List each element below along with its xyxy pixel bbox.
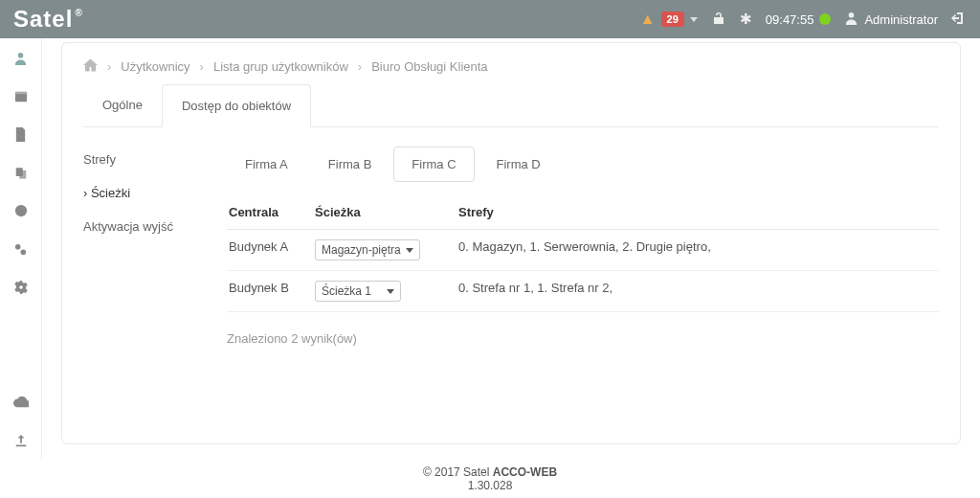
table-row: Budynek A Magazyn-piętra 0. Magazyn, 1. …	[227, 230, 939, 271]
subnav-zones[interactable]: Strefy	[83, 152, 208, 167]
caret-down-icon	[690, 17, 698, 22]
footer-version: 1.30.028	[468, 479, 513, 492]
cell-zones: 0. Magazyn, 1. Serwerownia, 2. Drugie pi…	[457, 230, 939, 271]
logout-icon[interactable]	[951, 11, 967, 29]
path-select[interactable]: Magazyn-piętra	[315, 239, 420, 260]
chevron-right-icon: ›	[200, 59, 204, 74]
tab-general[interactable]: Ogólne	[83, 84, 162, 127]
svg-rect-3	[14, 92, 26, 95]
snowflake-icon[interactable]: ✱	[740, 11, 752, 28]
footer-copyright: © 2017 Satel	[423, 465, 493, 479]
cell-zones: 0. Strefa nr 1, 1. Strefa nr 2,	[457, 271, 939, 312]
panel-body: Strefy Ścieżki Aktywacja wyjść Firma A F…	[83, 137, 939, 346]
nav-processes-icon[interactable]	[0, 230, 41, 268]
nav-cloud-icon[interactable]	[0, 383, 41, 421]
footer: © 2017 Satel ACCO-WEB 1.30.028	[0, 460, 980, 498]
home-icon[interactable]	[83, 58, 98, 75]
nav-settings-icon[interactable]	[0, 268, 41, 306]
warning-icon: ▲	[640, 11, 656, 28]
clock-text: 09:47:55	[766, 12, 814, 27]
firm-tab-a[interactable]: Firma A	[227, 147, 306, 182]
cell-central: Budynek A	[227, 230, 313, 271]
breadcrumb: › Użytkownicy › Lista grup użytkowników …	[83, 58, 939, 75]
firm-tab-c[interactable]: Firma C	[393, 147, 474, 182]
firm-tab-d[interactable]: Firma D	[479, 147, 559, 182]
paths-table: Centrala Ścieżka Strefy Budynek A Magazy	[227, 197, 939, 312]
svg-rect-5	[19, 170, 26, 178]
top-bar: Satel ® ▲ 29 ✱ 09:47:55 Administrator	[0, 0, 980, 38]
user-menu[interactable]: Administrator	[844, 11, 938, 28]
svg-point-7	[15, 243, 21, 249]
svg-point-1	[18, 52, 24, 57]
nav-document-icon[interactable]	[0, 115, 41, 153]
footer-product: ACCO-WEB	[493, 465, 557, 479]
path-select-value: Magazyn-piętra	[322, 243, 401, 257]
col-central: Centrala	[227, 197, 313, 230]
nav-users-icon[interactable]	[0, 38, 41, 77]
sub-nav: Strefy Ścieżki Aktywacja wyjść	[83, 147, 208, 346]
registered-mark: ®	[75, 8, 82, 18]
status-dot-icon	[819, 13, 831, 25]
crumb-group-list[interactable]: Lista grup użytkowników	[213, 59, 348, 74]
cell-central: Budynek B	[227, 271, 313, 312]
crumb-users[interactable]: Użytkownicy	[121, 59, 189, 74]
path-select-value: Ścieżka 1	[322, 284, 371, 298]
nav-calendar-icon[interactable]	[0, 77, 41, 115]
brand-text: Satel	[13, 6, 73, 33]
svg-point-8	[21, 249, 27, 255]
subnav-paths[interactable]: Ścieżki	[83, 186, 208, 200]
nav-globe-icon[interactable]	[0, 192, 41, 230]
tab-access[interactable]: Dostęp do obiektów	[162, 84, 311, 127]
firm-tabs: Firma A Firma B Firma C Firma D	[227, 147, 939, 182]
nav-copy-icon[interactable]	[0, 153, 41, 192]
cell-path: Ścieżka 1	[313, 271, 457, 312]
main-card: › Użytkownicy › Lista grup użytkowników …	[61, 42, 961, 444]
clock-area: 09:47:55	[766, 12, 832, 27]
table-row: Budynek B Ścieżka 1 0. Strefa nr 1, 1. S…	[227, 271, 939, 312]
content-area: › Użytkownicy › Lista grup użytkowników …	[42, 38, 980, 460]
chevron-right-icon: ›	[107, 59, 111, 74]
col-path: Ścieżka	[313, 197, 457, 230]
user-label: Administrator	[864, 12, 938, 27]
alerts-area[interactable]: ▲ 29	[640, 11, 698, 28]
svg-point-0	[849, 12, 855, 18]
alert-count-badge: 29	[661, 11, 684, 27]
unlock-icon[interactable]	[711, 11, 726, 29]
tabs-main: Ogólne Dostęp do obiektów	[83, 84, 939, 127]
cell-path: Magazyn-piętra	[313, 230, 457, 271]
results-info: Znaleziono 2 wynik(ów)	[227, 331, 939, 346]
crumb-current: Biuro Obsługi Klienta	[371, 59, 487, 74]
chevron-right-icon: ›	[358, 59, 362, 74]
col-zones: Strefy	[457, 197, 939, 230]
path-select[interactable]: Ścieżka 1	[315, 281, 401, 302]
subnav-outputs[interactable]: Aktywacja wyjść	[83, 219, 208, 234]
side-nav	[0, 38, 42, 460]
pane-paths: Firma A Firma B Firma C Firma D Centrala…	[227, 147, 939, 346]
brand-logo: Satel ®	[13, 6, 83, 33]
user-icon	[844, 11, 858, 28]
nav-upload-icon[interactable]	[0, 421, 41, 460]
firm-tab-b[interactable]: Firma B	[310, 147, 390, 182]
svg-point-6	[14, 205, 26, 216]
